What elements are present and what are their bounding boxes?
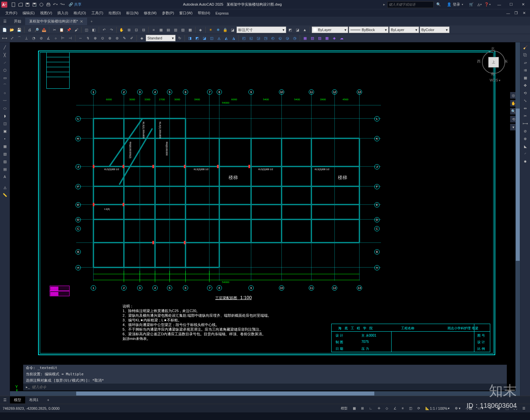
rect-icon[interactable]: ▭ xyxy=(1,74,9,81)
command-input[interactable]: ▸_ 键入命令 xyxy=(23,384,507,391)
mtext-icon[interactable]: A xyxy=(1,173,9,180)
img2-icon[interactable]: ◶ xyxy=(284,35,291,41)
mkblock-icon[interactable]: ▣ xyxy=(1,127,9,135)
transparency-icon[interactable]: ◫ xyxy=(407,406,414,411)
sheet-icon[interactable]: ▥ xyxy=(172,26,179,33)
point-icon[interactable]: • xyxy=(1,135,9,142)
pan-icon[interactable]: ✋ xyxy=(118,26,125,33)
wipeout-icon[interactable]: ◈ xyxy=(331,35,338,41)
dim-aligned-icon[interactable]: ⤢ xyxy=(9,35,15,41)
layers-icon[interactable]: ◈ xyxy=(197,26,204,33)
burger-icon[interactable]: ☰ xyxy=(0,17,10,26)
tab-layout1[interactable]: 布局1 xyxy=(25,397,42,403)
break-icon[interactable]: ⊘ xyxy=(521,127,530,135)
saveas-icon[interactable] xyxy=(31,2,37,8)
menu-dimension[interactable]: 标注(N) xyxy=(124,10,141,17)
frame-icon[interactable]: ◴ xyxy=(270,35,276,41)
xclip-icon[interactable]: ◲ xyxy=(255,35,262,41)
dim-radius-icon[interactable]: ◔ xyxy=(30,35,37,41)
tolerance-icon[interactable]: ⊕ xyxy=(92,35,98,41)
explode-icon[interactable]: ✸ xyxy=(521,158,530,165)
hatch-icon[interactable]: ▦ xyxy=(302,35,308,41)
dim-edit-icon[interactable]: ✎ xyxy=(121,35,128,41)
jogged-icon[interactable]: ⊜ xyxy=(114,35,120,41)
doc-restore-icon[interactable]: ❐ xyxy=(513,10,519,16)
menu-draw[interactable]: 绘图(D) xyxy=(106,10,124,17)
region-icon[interactable]: ▩ xyxy=(324,35,330,41)
linetype-combo[interactable]: ByBlock▾ xyxy=(349,26,389,33)
open-icon[interactable] xyxy=(18,2,24,8)
save-icon[interactable] xyxy=(25,2,30,8)
hatch2-icon[interactable]: ▦ xyxy=(1,143,9,150)
qnew-icon[interactable]: 📄 xyxy=(1,26,8,33)
dim-continue-icon[interactable]: ⊣ xyxy=(67,35,74,41)
qsave-icon[interactable]: 💾 xyxy=(16,26,23,33)
menu-help[interactable]: 帮助(H) xyxy=(195,10,213,17)
search-icon[interactable]: 🔍 xyxy=(436,2,442,8)
xline-icon[interactable]: ╳ xyxy=(1,51,9,59)
menu-file[interactable]: 文件(F) xyxy=(3,10,20,17)
make-block-icon[interactable]: ◩ xyxy=(194,35,200,41)
scale-icon[interactable]: ⤡ xyxy=(521,97,530,104)
vertical-scrollbar[interactable] xyxy=(515,42,520,396)
xbind-icon[interactable]: ◳ xyxy=(262,35,269,41)
zoom-win-icon[interactable]: ⊡ xyxy=(133,26,139,33)
wblock-icon[interactable]: ◪ xyxy=(201,35,208,41)
otrack-toggle-icon[interactable]: ∠ xyxy=(392,406,398,411)
matchprop-icon[interactable]: 🖌 xyxy=(73,26,80,33)
image-icon[interactable]: ◱ xyxy=(248,35,254,41)
layerstate-icon[interactable]: ◪ xyxy=(294,26,301,33)
offset-icon[interactable]: ⇉ xyxy=(521,67,530,74)
viewcube-top[interactable]: 上 xyxy=(488,57,499,68)
paste-icon[interactable]: 📌 xyxy=(66,26,72,33)
measure-icon[interactable]: 📏 xyxy=(1,191,9,199)
tab-add-icon[interactable]: ＋ xyxy=(87,18,96,25)
print-icon[interactable]: 🖨 xyxy=(26,26,33,33)
hardware-icon[interactable]: ⬚ xyxy=(504,406,510,411)
minimize-icon[interactable]: — xyxy=(494,1,505,9)
text-style-combo[interactable]: Standard▾ xyxy=(146,35,176,41)
gradient-icon[interactable]: ▧ xyxy=(309,35,316,41)
dim-style-combo[interactable]: 标注尺寸▾ xyxy=(237,26,286,33)
layer-color-icon[interactable]: ◪ xyxy=(229,26,236,33)
menu-express[interactable]: Express xyxy=(213,10,231,16)
color-combo[interactable]: ByColor▾ xyxy=(420,26,450,33)
properties-icon[interactable]: ≡ xyxy=(150,26,157,33)
dim-baseline-icon[interactable]: ⊢ xyxy=(60,35,66,41)
spline-icon[interactable]: 〰 xyxy=(1,97,9,104)
redo2-icon[interactable]: ↷ xyxy=(108,26,115,33)
tpalette-icon[interactable]: ▤ xyxy=(165,26,172,33)
menu-insert[interactable]: 插入(I) xyxy=(55,10,71,17)
polygon-icon[interactable]: ⬡ xyxy=(1,67,9,74)
lineweight-combo[interactable]: ByLayer▾ xyxy=(389,26,419,33)
attsync-icon[interactable]: ◮ xyxy=(230,35,237,41)
dim-update-icon[interactable]: ↻ xyxy=(176,35,183,41)
table-icon[interactable]: ▤ xyxy=(1,165,9,173)
decimal-label[interactable]: 小数 xyxy=(464,405,474,411)
tab-close-icon[interactable]: ✕ xyxy=(80,19,83,24)
inspect-icon[interactable]: ⊛ xyxy=(106,35,113,41)
status-model[interactable]: 模型 xyxy=(339,405,349,411)
menu-modify[interactable]: 修改(M) xyxy=(141,10,159,17)
tab-start[interactable]: 开始 xyxy=(10,18,25,25)
grid-toggle-icon[interactable]: ▦ xyxy=(351,406,358,411)
ellipse-arc-icon[interactable]: ◗ xyxy=(1,112,9,119)
dim-ord-icon[interactable]: ⊥ xyxy=(23,35,30,41)
join-icon[interactable]: ⊕ xyxy=(521,135,530,142)
menu-parametric[interactable]: 参数(P) xyxy=(159,10,177,17)
doc-minimize-icon[interactable]: — xyxy=(505,10,511,16)
block-icon[interactable]: ◫ xyxy=(83,26,90,33)
dim-angular-icon[interactable]: ∡ xyxy=(45,35,52,41)
dim-break-icon[interactable]: ↯ xyxy=(84,35,91,41)
circle-icon[interactable]: ○ xyxy=(1,89,9,97)
undo-icon[interactable]: ↶▾ xyxy=(52,2,58,8)
cart-icon[interactable]: 🛒 xyxy=(468,2,474,8)
drawing-canvas[interactable]: 1 2 3 4 5 6 7 8 9 10 11 12 13 1 2 3 4 5 … xyxy=(10,42,520,396)
layeriso-icon[interactable]: ▲ xyxy=(301,26,308,33)
markup-icon[interactable]: ▨ xyxy=(180,26,186,33)
menu-view[interactable]: 视图(V) xyxy=(37,10,55,17)
menu-window[interactable]: 窗口(W) xyxy=(177,10,195,17)
qopen-icon[interactable]: 📂 xyxy=(9,26,15,33)
addsel-icon[interactable]: ◬ xyxy=(1,184,9,191)
close-icon[interactable]: ✕ xyxy=(517,1,529,9)
